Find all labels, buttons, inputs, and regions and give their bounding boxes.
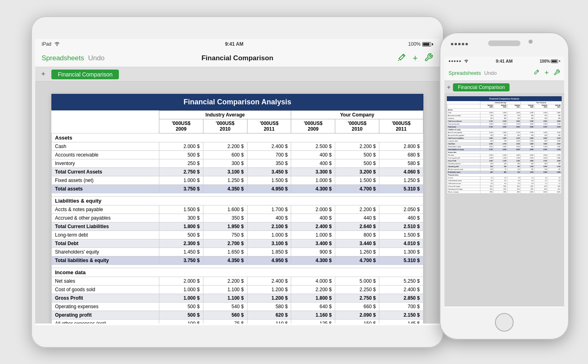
table-row: Cash2.000 $2.200 $2.400 $2.500 $2.200 $2…	[52, 142, 423, 151]
ipad-battery-percent: 100%	[408, 41, 421, 47]
col-ind-2011: '000US$2011	[247, 119, 291, 133]
ipad-time: 9:41 AM	[225, 41, 243, 47]
income-section-header: Income data	[52, 268, 423, 277]
iphone-active-tab[interactable]: Financial Comparison	[453, 83, 510, 91]
mini-row: Long-term debt5007501.0001.0008001.500	[447, 140, 562, 143]
ipad-wifi-icon	[54, 41, 60, 47]
mini-row: Total Current Liabilities1.8001.9502.100…	[447, 137, 562, 140]
mini-row: Current1,51,61,81,41,21,6	[447, 177, 562, 180]
mini-row: Fixed assets (net)1.0001.2501.5001.0001.…	[447, 123, 562, 126]
iphone-spreadsheet: Financial Comparison Analysis Industry A…	[447, 96, 562, 194]
col-ind-2010: '000US$2010	[203, 119, 247, 133]
ipad-toolbar: Spreadsheets Undo Financial Comparison +	[35, 49, 440, 67]
mini-row: Gross Profit1.0001.1001.2001.8002.7502.8…	[447, 160, 562, 163]
ipad-undo-button[interactable]: Undo	[88, 54, 105, 62]
mini-row: Accrued & other payables3003504004004404…	[447, 134, 562, 137]
svg-line-1	[398, 60, 399, 61]
iphone-add-icon[interactable]: +	[544, 69, 549, 77]
ipad-doc-title: Financial Comparison	[172, 54, 303, 62]
iphone-device: ●●●●● 9:41 AM 100%	[440, 32, 569, 340]
table-row: Accounts receivable500 $600 $700 $400 $5…	[52, 151, 423, 159]
table-row: Fixed assets (net)1.000 $1.250 $1.500 $1…	[52, 176, 423, 185]
ipad-tabsbar: + Financial Comparison	[35, 67, 440, 82]
total-assets-row: Total assets3.750 $4.350 $4.950 $4.300 $…	[52, 185, 423, 193]
iphone-screen: ●●●●● 9:41 AM 100%	[444, 57, 564, 307]
ipad-status-right: 100%	[408, 41, 433, 47]
industry-avg-header: Industry Average	[159, 111, 291, 119]
wrench-icon[interactable]	[424, 53, 433, 63]
iphone-wrench-icon[interactable]	[554, 69, 560, 77]
iphone-spreadsheets-button[interactable]: Spreadsheets	[448, 70, 481, 76]
mini-row: Inventory250300350400500580	[447, 117, 562, 120]
table-row: Inventory250 $300 $350 $400 $500 $580 $	[52, 159, 423, 168]
mini-row: Cost of goods sold1.0001.1001.2002.2002.…	[447, 157, 562, 160]
mini-row: Total Current Assets2.7503.1003.4503.300…	[447, 120, 562, 123]
ipad-device: iPad 9:41 AM 100%	[31, 16, 444, 348]
operating-profit-row: Operating profit500 $560 $620 $1.160 $2.…	[52, 311, 423, 320]
mini-row: Total debt/total assets0,60,50,60,80,70,…	[447, 180, 562, 182]
table-row: Accts & notes payable1.500 $1.600 $1.700…	[52, 205, 423, 214]
ipad-add-tab-button[interactable]: +	[38, 70, 48, 79]
col-co-2011: '000US$2011	[379, 119, 423, 133]
spreadsheet-wrapper: Financial Comparison Analysis Industry A…	[51, 94, 423, 324]
mini-row: Total assets turnover0,50,50,50,91,11,1	[447, 182, 562, 185]
total-current-assets-row: Total Current Assets2.750 $3.100 $3.450 …	[52, 168, 423, 176]
iphone-add-tab-button[interactable]: +	[447, 84, 451, 91]
col-co-2010: '000US$2010	[335, 119, 379, 133]
ipad-content: Financial Comparison Analysis Industry A…	[35, 82, 440, 324]
total-current-liabilities-row: Total Current Liabilities1.800 $1.950 $2…	[52, 222, 423, 231]
iphone-home-button[interactable]	[495, 313, 514, 332]
iphone-statusbar: ●●●●● 9:41 AM 100%	[444, 57, 564, 66]
gross-profit-row: Gross Profit1.000 $1.100 $1.200 $1.800 $…	[52, 294, 423, 303]
iphone-status-left: ●●●●●	[448, 59, 469, 63]
scene: iPad 9:41 AM 100%	[11, 8, 577, 356]
iphone-undo-button[interactable]: Undo	[484, 70, 497, 76]
ipad-active-tab[interactable]: Financial Comparison	[51, 70, 119, 79]
mini-row: Operating profit5005606201.1602.0902.150	[447, 165, 562, 168]
col-co-2009: '000US$2009	[291, 119, 335, 133]
col-ind-2009: '000US$2009	[159, 119, 203, 133]
ipad-screen: iPad 9:41 AM 100%	[35, 39, 440, 325]
iphone-time: 9:41 AM	[496, 59, 513, 63]
table-row: Shareholders' equity1.450 $1.650 $1.850 …	[52, 248, 423, 256]
svg-point-0	[57, 45, 57, 46]
mini-row: Total Debt2.3002.7003.1003.4003.4404.010	[447, 143, 562, 146]
mini-row: Profit before taxes4004855101.0351.9402.…	[447, 171, 562, 174]
mini-row: Operating expenses500540580640660700	[447, 163, 562, 165]
table-row: All other expenses (net)100 $75 $110 $12…	[52, 320, 423, 324]
ipad-status-left: iPad	[42, 41, 60, 47]
mini-group-header: Industry Average Your Company	[447, 102, 562, 104]
ipad-device-label: iPad	[42, 41, 51, 47]
ipad-battery-icon	[422, 42, 433, 47]
assets-section-header: Assets	[52, 133, 423, 142]
iphone-wifi-icon	[464, 59, 469, 63]
sheet-title: Financial Comparison Analysis	[51, 94, 423, 110]
total-debt-row: Total Debt2.300 $2.700 $3.100 $3.400 $3.…	[52, 239, 423, 248]
mini-row: Return on equity28%29%28%115%154%154%	[447, 191, 562, 194]
iphone-sheet-table: Industry Average Your Company '000US$200…	[447, 101, 562, 194]
iphone-toolbar: Spreadsheets Undo +	[444, 66, 564, 81]
iphone-content: Financial Comparison Analysis Industry A…	[444, 94, 564, 307]
table-row: Cost of goods sold1.000 $1.100 $1.200 $2…	[52, 286, 423, 294]
mini-row: Total assets3.7504.3504.9504.3004.7005.3…	[447, 126, 562, 129]
iphone-signal-icon: ●●●●●	[448, 59, 461, 63]
iphone-signal-dots	[451, 43, 468, 45]
mini-row: Gross profit margin50%50%50%45%55%54%	[447, 185, 562, 188]
mini-row: Operating profit margin25%25%25%29%42%41…	[447, 188, 562, 191]
total-liabilities-equity-row: Total liabilities & equity3.750 $4.350 $…	[52, 256, 423, 265]
table-row: Net sales2.000 $2.200 $2.400 $4.000 $5.0…	[52, 277, 423, 286]
ipad-spreadsheets-button[interactable]: Spreadsheets	[42, 54, 84, 62]
iphone-camera	[529, 40, 533, 44]
col-sub-header-row: '000US$2009 '000US$2010 '000US$2011 '000…	[52, 119, 423, 133]
mini-row: Shareholders' equity1.4501.6501.8509001.…	[447, 146, 562, 148]
sheet-table: Industry Average Your Company '000US$200…	[51, 110, 423, 324]
mini-row: Total liabilities & equity3.7504.3504.95…	[447, 148, 562, 151]
iphone-hammer-icon[interactable]	[533, 69, 539, 77]
hammer-icon[interactable]	[397, 53, 406, 63]
svg-point-2	[466, 61, 467, 62]
liabilities-section-header: Liabilities & equity	[52, 197, 423, 205]
col-group-header-row: Industry Average Your Company	[52, 111, 423, 119]
iphone-tabsbar: + Financial Comparison	[444, 81, 564, 94]
add-icon[interactable]: +	[412, 53, 418, 63]
mini-row: Cash2.0002.2002.4002.5002.2002.800	[447, 112, 562, 114]
